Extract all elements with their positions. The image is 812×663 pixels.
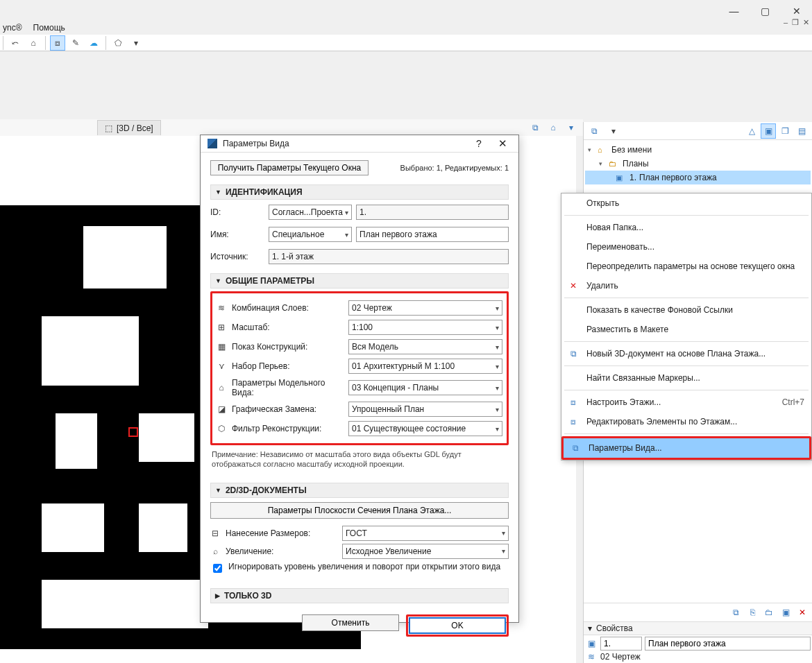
mdi-close-button[interactable]: ✕ [803,18,809,27]
structure-display-select[interactable]: Вся Модель [348,339,502,354]
ctx-find-markers[interactable]: Найти Связанные Маркеры... [561,368,811,388]
scale-select[interactable]: 1:100 [348,320,502,335]
caret-down-icon: ▼ [215,487,221,494]
ctx-open[interactable]: Открыть [561,193,811,213]
ctx-separator [564,365,809,366]
window-minimize-button[interactable]: — [718,2,750,20]
ignore-zoom-checkbox[interactable] [213,564,222,573]
param-row-scale: ⊞ Масштаб: 1:100 [217,320,502,335]
param-row-layer-combo: ≋ Комбинация Слоев: 02 Чертеж [217,300,502,316]
nav-btn-newview[interactable]: ⧉ [728,605,743,619]
mdi-maximize-button[interactable]: ❐ [792,18,799,27]
section-general[interactable]: ▼ ОБЩИЕ ПАРАМЕТРЫ [210,273,509,289]
nav-mode-project[interactable]: △ [744,123,759,139]
nav-mode-layout[interactable]: ❐ [777,123,793,139]
home-icon: ⌂ [598,146,609,154]
caret-icon: ▾ [588,623,592,633]
name-field[interactable]: План первого этажа [356,227,509,242]
tab-extra-a[interactable]: ⧉ [527,120,543,135]
prop-layer-label: 02 Чертеж [600,652,641,662]
toolbar-btn-b[interactable]: ⌂ [26,35,41,51]
menubar: ync® Помощь [0,21,68,35]
section-2d3d[interactable]: ▼ 2D/3D-ДОКУМЕНТЫ [210,483,509,498]
zoom-select[interactable]: Исходное Увеличение [342,544,509,559]
ctx-delete[interactable]: ✕Удалить [561,276,811,295]
id-mode-select[interactable]: Согласн...Проекта [269,205,352,220]
tree-folder-plans[interactable]: ▾ 🗀 Планы [585,157,811,171]
section-only3d[interactable]: ▶ ТОЛЬКО 3D [210,588,509,603]
ctx-rename[interactable]: Переименовать... [561,237,811,257]
ignore-zoom-label: Игнорировать уровень увеличения и поворо… [228,562,509,571]
nav-mode-publisher[interactable]: ▤ [794,123,809,139]
tree-root[interactable]: ▾ ⌂ Без имени [585,143,811,157]
expander-icon[interactable]: ▾ [588,146,595,153]
settings-icon: ⧉ [569,443,582,453]
section-only3d-label: ТОЛЬКО 3D [224,591,271,601]
param-row-renovation: ⬡ Фильтр Реконструкции: 01 Существующее … [217,421,502,436]
view-icon: ▣ [616,173,627,182]
toolbar-cloud-button[interactable]: ☁ [86,35,101,51]
menu-teamwork[interactable]: ync® [3,23,22,33]
toolbar-btn-g[interactable]: ▾ [128,35,144,51]
model-view-options-select[interactable]: 03 Концепция - Планы [348,380,502,395]
navigator-properties-header[interactable]: ▾ Свойства [584,621,812,635]
renovation-filter-select[interactable]: 01 Существующее состояние [348,421,502,436]
name-mode-select[interactable]: Специальное [269,227,352,242]
nav-btn-save[interactable]: ▣ [778,605,793,619]
nav-btn-delete[interactable]: ✕ [795,605,810,619]
ctx-new-folder[interactable]: Новая Папка... [561,218,811,237]
ctx-view-settings[interactable]: ⧉Параметры Вида... [564,438,809,458]
section-identification-label: ИДЕНТИФИКАЦИЯ [226,187,303,197]
edit-stories-icon: ⧈ [567,417,580,427]
prop-name-field[interactable] [645,637,811,651]
layers-icon: ≋ [585,652,598,662]
nav-tool-dropdown[interactable]: ▾ [606,123,621,139]
toolbar-btn-f[interactable]: ⬠ [110,35,126,51]
nav-btn-newfolder[interactable]: 🗀 [761,605,777,619]
nav-btn-clone[interactable]: ⎘ [745,605,760,619]
dialog-titlebar: Параметры Вида ? ✕ [201,135,518,153]
param-row-mvo: ⌂ Параметры Модельного Вида: 03 Концепци… [217,378,502,397]
canvas-toolstrip [0,53,583,119]
ok-button[interactable]: OK [409,617,506,634]
ctx-place-layout[interactable]: Разместить в Макете [561,320,811,339]
tree-view-floor1[interactable]: ▣ 1. План первого этажа [585,171,811,184]
tab-extra-b[interactable]: ⌂ [545,120,561,135]
window-maximize-button[interactable]: ▢ [750,2,781,20]
menu-help[interactable]: Помощь [33,23,65,33]
get-current-window-params-button[interactable]: Получить Параметры Текущего Окна [210,160,369,175]
main-toolbar: ⤺ ⌂ ⧈ ✎ ☁ ⬠ ▾ [0,35,812,51]
dialog-button-row: Отменить OK [201,609,518,642]
mdi-minimize-button[interactable]: – [784,18,788,27]
dialog-title: Параметры Вида [223,139,289,148]
graphic-override-select[interactable]: Упрощенный План [348,402,502,417]
layer-combination-select[interactable]: 02 Чертеж [348,300,502,316]
param-label: Масштаб: [232,322,343,332]
dialog-close-button[interactable]: ✕ [491,135,514,152]
penset-select[interactable]: 01 Архитектурный М 1:100 [348,359,502,374]
ctx-edit-by-story[interactable]: ⧈Редактировать Элементы по Этажам... [561,412,811,431]
dimension-standard-select[interactable]: ГОСТ [342,526,509,541]
general-params-highlight: ≋ Комбинация Слоев: 02 Чертеж ⊞ Масштаб:… [210,291,509,445]
floor-plan-cut-plane-settings-button[interactable]: Параметры Плоскости Сечения Плана Этажа.… [210,502,509,519]
id-field[interactable]: 1. [356,205,509,220]
prop-id-field[interactable] [600,637,642,651]
ctx-show-bg[interactable]: Показать в качестве Фоновой Ссылки [561,300,811,320]
ctx-redefine[interactable]: Переопределить параметры на основе текущ… [561,257,811,276]
scale-icon: ⊞ [217,322,226,332]
navigator-toolbar: ⧉ ▾ △ ▣ ❐ ▤ [584,122,812,140]
toolbar-btn-a[interactable]: ⤺ [8,35,23,51]
ctx-separator [564,298,809,298]
toolbar-trace-button[interactable]: ⧈ [50,35,65,51]
nav-tool-a[interactable]: ⧉ [586,123,602,139]
cancel-button[interactable]: Отменить [302,614,399,631]
view-tab-3d[interactable]: ⬚ [3D / Все] [97,120,161,135]
section-identification[interactable]: ▼ ИДЕНТИФИКАЦИЯ [210,184,509,200]
toolbar-btn-d[interactable]: ✎ [68,35,83,51]
dialog-help-button[interactable]: ? [467,135,491,152]
tab-extra-dropdown[interactable]: ▾ [564,120,579,135]
expander-icon[interactable]: ▾ [599,160,606,167]
ctx-new-3d-doc[interactable]: ⧉Новый 3D-документ на основе Плана Этажа… [561,344,811,363]
ctx-story-settings[interactable]: ⧈Настроить Этажи...Ctrl+7 [561,393,811,412]
nav-mode-viewmap[interactable]: ▣ [761,123,776,139]
